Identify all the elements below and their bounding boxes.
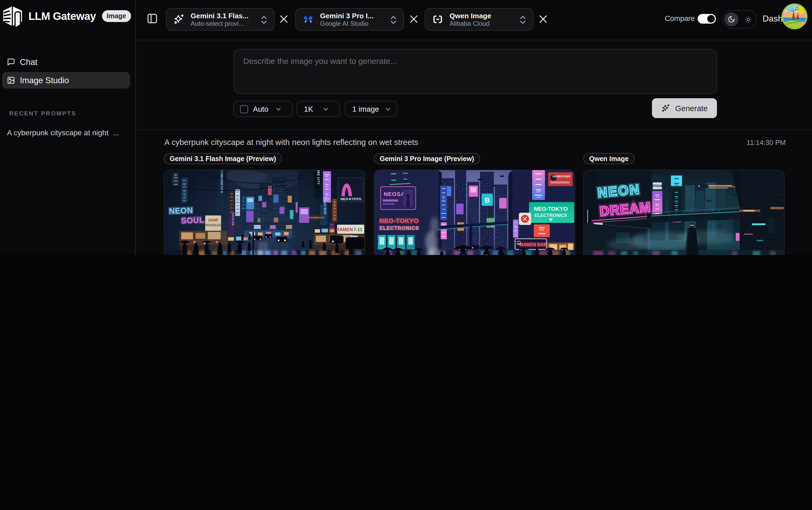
svg-text:NEO-TOKYO: NEO-TOKYO [534, 206, 568, 212]
svg-text:PREM: PREM [653, 184, 662, 188]
svg-text:B: B [485, 197, 490, 204]
svg-text:NEO-TOKYO: NEO-TOKYO [379, 217, 418, 224]
svg-text:RAMEN BAR: RAMEN BAR [520, 242, 547, 247]
svg-text:ELECTRONICS: ELECTRONICS [534, 213, 567, 218]
svg-text:ELECTRONICS: ELECTRONICS [379, 225, 419, 231]
svg-text:RAMEN BAR: RAMEN BAR [553, 175, 571, 178]
